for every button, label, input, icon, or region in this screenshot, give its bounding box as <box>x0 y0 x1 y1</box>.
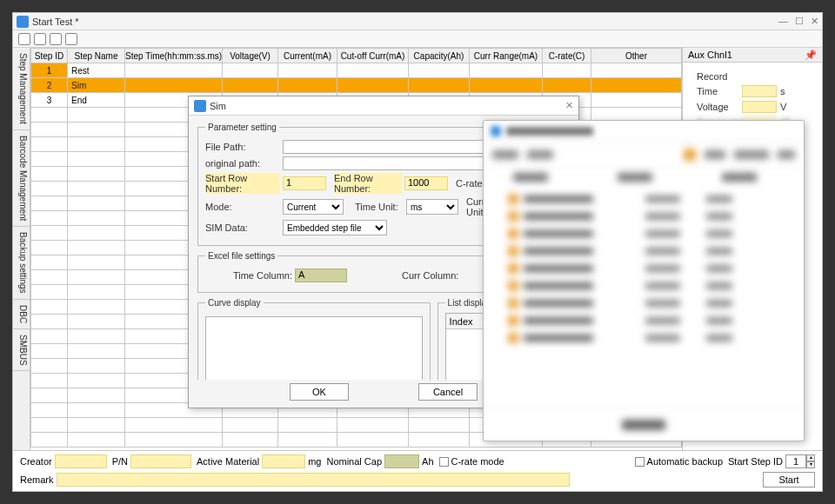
minimize-icon[interactable]: — <box>778 16 788 27</box>
start-button[interactable]: Start <box>763 472 815 487</box>
col-curr-range[interactable]: Curr Range(mA) <box>470 49 543 63</box>
file-row[interactable] <box>508 295 795 312</box>
col-capacity[interactable]: Capacity(Ah) <box>409 49 470 63</box>
time-column-label: Time Column: <box>205 270 292 281</box>
creator-label: Creator <box>20 456 52 467</box>
file-row[interactable] <box>508 190 795 208</box>
cancel-button[interactable]: Cancel <box>418 383 478 401</box>
folder-icon <box>508 298 518 308</box>
creator-input[interactable] <box>55 454 107 468</box>
time-column-input[interactable]: A <box>295 269 347 282</box>
titlebar: Start Test * — ☐ ✕ <box>13 13 822 30</box>
sim-data-label: SIM Data: <box>205 222 280 233</box>
aux-voltage-label: Voltage <box>690 102 742 112</box>
folder-icon <box>508 263 518 274</box>
crate-mode-checkbox[interactable] <box>439 457 449 467</box>
file-row[interactable] <box>508 242 795 260</box>
col-voltage[interactable]: Voltage(V) <box>223 49 278 63</box>
ok-button[interactable]: OK <box>290 383 349 401</box>
aux-time-value[interactable] <box>742 85 777 97</box>
col-cutoff[interactable]: Cut-off Curr(mA) <box>337 49 409 63</box>
sim-data-select[interactable]: Embedded step file <box>283 220 387 235</box>
aux-title: Aux Chnl1 <box>688 50 732 60</box>
list-index-header[interactable]: Index <box>450 316 473 327</box>
save-icon[interactable] <box>65 33 77 45</box>
original-path-label: original path: <box>205 158 280 169</box>
col-other[interactable]: Other <box>591 49 682 63</box>
file-row[interactable] <box>508 277 795 295</box>
bottom-bar: Creator P/N Active Materialmg Nominal Ca… <box>13 450 822 491</box>
col-step-id[interactable]: Step ID <box>31 49 68 63</box>
mode-label: Mode: <box>205 202 280 212</box>
time-unit-label: Time Unit: <box>355 202 404 212</box>
file-browser-panel[interactable] <box>483 120 805 441</box>
folder-icon <box>508 229 518 239</box>
file-row[interactable] <box>508 208 795 225</box>
toolbar <box>13 30 822 48</box>
panel-title-blur <box>506 127 593 136</box>
step-up-icon[interactable]: ▴ <box>806 454 815 461</box>
pn-label: P/N <box>112 456 128 467</box>
folder-icon <box>508 194 518 204</box>
auto-backup-label: Automatic backup <box>647 456 723 467</box>
file-row[interactable] <box>508 260 795 277</box>
table-row[interactable]: 1Rest <box>31 63 682 78</box>
new-icon[interactable] <box>18 33 30 45</box>
nominal-cap-input[interactable] <box>384 454 419 468</box>
folder-icon <box>508 333 518 343</box>
dialog-close-icon[interactable]: ✕ <box>565 100 573 111</box>
step-down-icon[interactable]: ▾ <box>806 461 815 468</box>
col-step-name[interactable]: Step Name <box>68 49 125 63</box>
col-current[interactable]: Current(mA) <box>278 49 337 63</box>
file-row[interactable] <box>508 312 795 329</box>
file-row[interactable] <box>508 225 795 242</box>
curve-display-canvas <box>205 316 423 380</box>
aux-time-label: Time <box>690 86 742 96</box>
side-tabs: Step Management Barcode Management Backu… <box>13 48 30 450</box>
file-path-label: File Path: <box>205 142 280 152</box>
file-row[interactable] <box>508 329 795 347</box>
folder-icon <box>508 211 518 222</box>
app-icon <box>17 16 29 28</box>
active-material-input[interactable] <box>262 454 305 468</box>
maximize-icon[interactable]: ☐ <box>795 16 804 27</box>
end-row-label: End Row Number: <box>334 173 402 194</box>
panel-icon <box>491 126 501 136</box>
remark-label: Remark <box>20 474 54 485</box>
tab-smbus[interactable]: SMBUS <box>13 329 30 372</box>
mode-select[interactable]: Current <box>283 199 344 215</box>
start-step-id-label: Start Step ID <box>728 456 783 467</box>
tab-step-management[interactable]: Step Management <box>13 48 30 130</box>
tab-backup-settings[interactable]: Backup settings <box>13 227 30 300</box>
grid-header-row: Step ID Step Name Step Time(hh:mm:ss.ms)… <box>31 49 682 63</box>
pn-input[interactable] <box>130 454 191 468</box>
start-row-label: Start Row Number: <box>205 173 280 194</box>
start-row-input[interactable]: 1 <box>283 176 326 190</box>
dialog-icon <box>194 100 206 112</box>
col-step-time[interactable]: Step Time(hh:mm:ss.ms) <box>125 49 223 63</box>
active-material-label: Active Material <box>197 456 259 467</box>
folder-icon <box>508 246 518 256</box>
crate-mode-label: C-rate mode <box>451 456 504 467</box>
tab-barcode-management[interactable]: Barcode Management <box>13 130 30 227</box>
folder-icon <box>508 281 518 291</box>
copy-icon[interactable] <box>50 33 62 45</box>
folder-icon <box>508 315 518 326</box>
open-icon[interactable] <box>34 33 46 45</box>
table-row[interactable]: 2Sim <box>31 78 682 93</box>
col-crate[interactable]: C-rate(C) <box>543 49 591 63</box>
auto-backup-checkbox[interactable] <box>635 457 645 467</box>
remark-input[interactable] <box>57 473 570 487</box>
aux-pin-icon[interactable]: 📌 <box>805 50 817 61</box>
start-step-id-stepper[interactable]: ▴▾ <box>785 454 815 468</box>
tab-dbc[interactable]: DBC <box>13 300 30 329</box>
time-unit-select[interactable]: ms <box>406 199 458 215</box>
aux-voltage-value[interactable] <box>742 101 777 113</box>
dialog-title: Sim <box>210 101 565 111</box>
window-title: Start Test * <box>32 17 778 27</box>
nominal-cap-label: Nominal Cap <box>326 456 382 467</box>
curr-column-label: Curr Column: <box>402 270 464 281</box>
end-row-input[interactable]: 1000 <box>404 176 448 190</box>
close-icon[interactable]: ✕ <box>811 16 818 27</box>
curve-display-group: Curve display <box>197 298 431 380</box>
